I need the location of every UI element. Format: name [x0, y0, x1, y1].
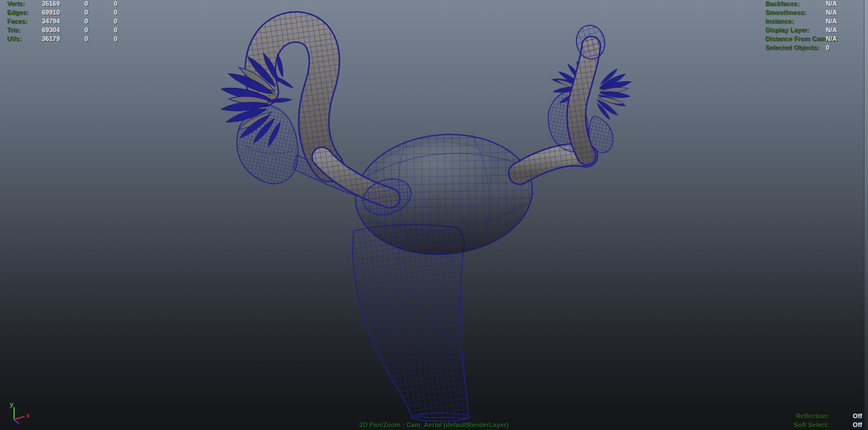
toggle-status-hud: Reflection: Off Soft Select: Off	[794, 412, 862, 429]
hud-stat-col1: 0	[60, 17, 88, 26]
hud-info-label: Selected Objects:	[765, 43, 826, 52]
soft-select-toggle-value: Off	[829, 421, 862, 429]
axis-x-label: x	[26, 412, 30, 419]
right-fimbriae-outer-mesh[interactable]	[595, 67, 632, 121]
reproductive-system-model[interactable]	[221, 23, 632, 421]
hud-info-label: Smoothness:	[765, 8, 826, 17]
hud-stat-label: Edges:	[7, 8, 38, 17]
hud-stat-col1: 0	[60, 35, 88, 43]
hud-stat-label: UVs:	[7, 35, 38, 43]
hud-info-label: Instance:	[765, 17, 826, 26]
reflection-toggle-label: Reflection:	[794, 412, 829, 421]
hud-stat-col2: 0	[88, 0, 117, 8]
hud-info-label: Display Layer:	[765, 26, 826, 35]
view-axis-gizmo[interactable]: y x	[10, 401, 30, 424]
hud-stat-col2: 0	[88, 8, 117, 17]
hud-stat-total: 35169	[38, 0, 60, 8]
hud-info-value: N/A	[826, 35, 837, 43]
hud-stat-total: 69304	[38, 26, 60, 35]
hud-info-label: Backfaces:	[765, 0, 826, 8]
hud-stat-total: 36179	[38, 35, 60, 43]
poly-count-hud: Verts: 35169 0 0 Edges: 69910 0 0 Faces:…	[7, 0, 117, 43]
hud-info-label: Distance From Camera:	[765, 35, 826, 43]
hud-stat-total: 34794	[38, 17, 60, 26]
hud-stat-col2: 0	[88, 26, 117, 35]
hud-info-value: N/A	[826, 8, 837, 17]
hud-stat-label: Verts:	[7, 0, 38, 8]
object-info-hud: Backfaces: N/A Smoothness: N/A Instance:…	[765, 0, 837, 52]
hud-stat-col1: 0	[60, 0, 88, 8]
hud-info-value: N/A	[826, 26, 837, 35]
hud-stat-col1: 0	[60, 26, 88, 35]
soft-select-toggle-label: Soft Select:	[794, 421, 829, 429]
right-fallopian-tube-mesh[interactable]	[520, 23, 632, 173]
viewport-canvas[interactable]: y x	[0, 0, 868, 430]
reflection-toggle-value: Off	[829, 412, 862, 421]
hud-stat-label: Tris:	[7, 26, 38, 35]
hud-info-value: 0	[826, 43, 837, 52]
viewport-right-edge	[864, 0, 868, 430]
hud-info-value: N/A	[826, 0, 837, 8]
hud-stat-col2: 0	[88, 17, 117, 26]
hud-stat-col2: 0	[88, 35, 117, 43]
camera-status-hud: 2D Pan/Zoom : Cam_Aerial (defaultRenderL…	[360, 421, 508, 429]
hud-stat-col1: 0	[60, 8, 88, 17]
viewport[interactable]: y x Verts: 35169 0 0 Edges: 69910 0 0 Fa…	[0, 0, 868, 430]
hud-info-value: N/A	[826, 17, 837, 26]
axis-y-label: y	[10, 401, 13, 408]
hud-stat-total: 69910	[38, 8, 60, 17]
hud-stat-label: Faces:	[7, 17, 38, 26]
